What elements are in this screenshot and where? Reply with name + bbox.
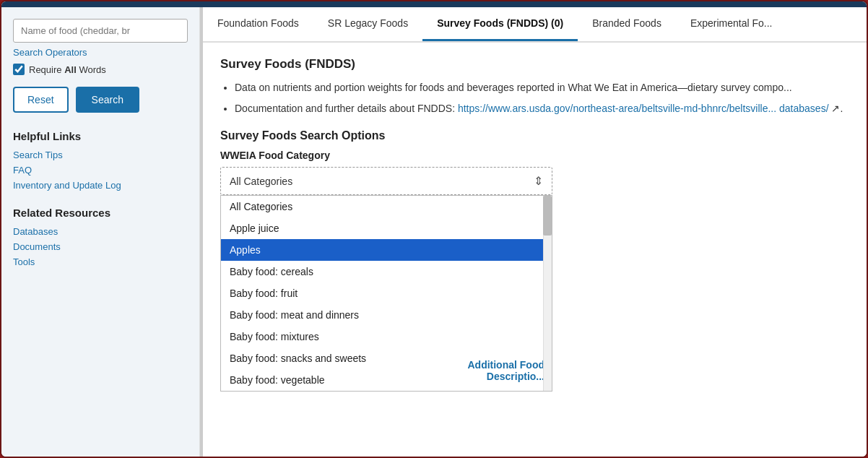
require-all-words-row: Require All Words: [13, 64, 188, 75]
bullet-1: Data on nutrients and portion weights fo…: [235, 80, 849, 95]
require-all-words-checkbox[interactable]: [13, 64, 25, 75]
search-options-heading: Survey Foods Search Options: [220, 129, 849, 142]
category-dropdown-list: All Categories Apple juice Apples Baby f…: [220, 195, 552, 392]
require-all-words-label: Require All Words: [29, 64, 106, 75]
helpful-links-title: Helpful Links: [13, 130, 188, 142]
fndds-link[interactable]: https://www.ars.usda.gov/northeast-area/…: [458, 103, 829, 114]
tabs-bar: Foundation Foods SR Legacy Foods Survey …: [203, 7, 867, 43]
search-operators-link[interactable]: Search Operators: [13, 47, 188, 58]
dropdown-left-options: Baby food: snacks and sweets Baby food: …: [221, 347, 407, 391]
search-input[interactable]: [13, 19, 188, 43]
content-area: Foundation Foods SR Legacy Foods Survey …: [203, 7, 867, 457]
dropdown-bottom-row: Baby food: snacks and sweets Baby food: …: [221, 347, 552, 391]
search-button-row: Reset Search: [13, 87, 188, 113]
dropdown-option-baby-food-mixtures[interactable]: Baby food: mixtures: [221, 326, 552, 347]
sidebar-item-tools[interactable]: Tools: [13, 256, 188, 267]
dropdown-arrows-icon: ⇕: [534, 174, 543, 188]
bullet-2: Documentation and further details about …: [235, 101, 849, 116]
dropdown-options-list: All Categories Apple juice Apples Baby f…: [221, 196, 552, 391]
content-heading: Survey Foods (FNDDS): [220, 57, 849, 72]
related-resources-section: Related Resources Databases Documents To…: [13, 207, 188, 267]
reset-button[interactable]: Reset: [13, 87, 69, 113]
info-bullets: Data on nutrients and portion weights fo…: [220, 80, 849, 116]
tab-branded-foods[interactable]: Branded Foods: [578, 7, 676, 41]
sidebar-item-documents[interactable]: Documents: [13, 241, 188, 252]
search-button[interactable]: Search: [76, 87, 139, 113]
dropdown-option-baby-food-meat[interactable]: Baby food: meat and dinners: [221, 304, 552, 326]
scrollbar-track[interactable]: [543, 196, 552, 391]
sidebar-item-search-tips[interactable]: Search Tips: [13, 150, 188, 160]
tab-foundation-foods[interactable]: Foundation Foods: [203, 7, 313, 41]
sidebar: Search Operators Require All Words Reset…: [1, 7, 200, 457]
tab-survey-foods[interactable]: Survey Foods (FNDDS) (0): [422, 7, 578, 41]
dropdown-selected-value: All Categories: [230, 176, 292, 187]
related-resources-title: Related Resources: [13, 207, 188, 219]
additional-desc-col: Additional Food Descriptio...: [407, 347, 552, 391]
sidebar-item-faq[interactable]: FAQ: [13, 165, 188, 176]
top-nav-bar: [1, 1, 867, 7]
dropdown-option-apples[interactable]: Apples: [221, 239, 552, 261]
dropdown-option-baby-food-vegetable[interactable]: Baby food: vegetable: [221, 369, 407, 391]
dropdown-option-baby-food-fruit[interactable]: Baby food: fruit: [221, 282, 552, 304]
category-dropdown-display[interactable]: All Categories ⇕: [220, 167, 552, 195]
scrollbar-thumb[interactable]: [543, 196, 552, 236]
sidebar-item-databases[interactable]: Databases: [13, 226, 188, 237]
dropdown-option-baby-food-snacks[interactable]: Baby food: snacks and sweets: [221, 347, 407, 369]
dropdown-option-apple-juice[interactable]: Apple juice: [221, 217, 552, 239]
dropdown-option-all-categories[interactable]: All Categories: [221, 196, 552, 217]
tab-sr-legacy-foods[interactable]: SR Legacy Foods: [313, 7, 422, 41]
category-dropdown-wrapper: All Categories ⇕: [220, 167, 552, 195]
helpful-links-section: Helpful Links Search Tips FAQ Inventory …: [13, 130, 188, 191]
tab-experimental-foods[interactable]: Experimental Fo...: [676, 7, 787, 41]
dropdown-option-baby-food-cereals[interactable]: Baby food: cereals: [221, 261, 552, 282]
sidebar-item-inventory-log[interactable]: Inventory and Update Log: [13, 180, 188, 191]
additional-food-desc-label: Additional Food Descriptio...: [415, 353, 544, 388]
content-body: Survey Foods (FNDDS) Data on nutrients a…: [203, 43, 867, 406]
wweia-label: WWEIA Food Category: [220, 150, 849, 161]
